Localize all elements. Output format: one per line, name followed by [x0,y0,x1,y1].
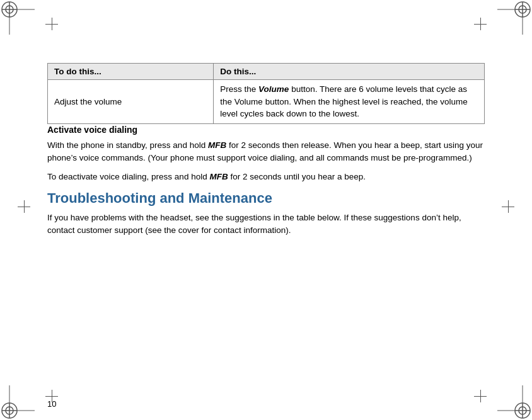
crosshair-top-right [474,18,487,30]
crosshair-bottom-right [474,390,487,402]
activate-voice-section: Activate voice dialing With the phone in… [47,124,485,184]
table-cell-action: Adjust the volume [48,80,214,124]
activate-voice-para2: To deactivate voice dialing, press and h… [47,171,485,183]
corner-decoration-br [494,382,532,420]
troubleshooting-section: Troubleshooting and Maintenance If you h… [47,190,485,237]
crosshair-mid-left [18,200,30,213]
para1-mfb1: MFB [208,140,226,150]
page-container: To do this... Do this... Adjust the volu… [0,0,532,420]
activate-voice-title: Activate voice dialing [47,124,485,135]
table-header-action: To do this... [48,64,214,80]
table-header-row: To do this... Do this... [48,64,485,80]
desc-text-1: Press the [220,84,258,94]
para2-text2: for 2 seconds until you hear a beep. [228,172,366,181]
troubleshooting-body: If you have problems with the headset, s… [47,212,485,237]
main-content: To do this... Do this... Adjust the volu… [47,63,485,389]
para2-mfb: MFB [209,172,228,181]
feature-table: To do this... Do this... Adjust the volu… [47,63,485,124]
activate-voice-para1: With the phone in standby, press and hol… [47,139,485,165]
corner-decoration-bl [0,382,38,420]
corner-decoration-tl [0,0,38,38]
table-row: Adjust the volume Press the Volume butto… [48,80,485,124]
table-cell-description: Press the Volume button. There are 6 vol… [214,80,485,124]
crosshair-top-left [45,18,58,30]
table-header-do: Do this... [214,64,485,80]
para2-text1: To deactivate voice dialing, press and h… [47,172,209,181]
para1-text1: With the phone in standby, press and hol… [47,140,208,150]
troubleshooting-title: Troubleshooting and Maintenance [47,190,485,207]
crosshair-mid-right [502,200,514,213]
desc-bold-volume: Volume [258,84,289,94]
page-number: 10 [47,399,56,409]
corner-decoration-tr [494,0,532,38]
